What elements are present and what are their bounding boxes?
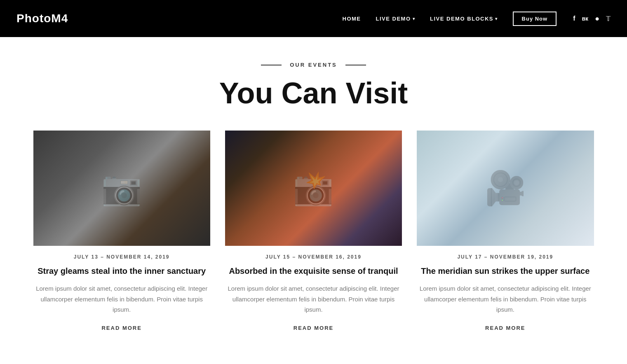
nav-home[interactable]: HOME xyxy=(343,16,361,22)
site-logo: PhotoM4 xyxy=(16,12,68,25)
event-desc-2: Lorem ipsum dolor sit amet, consectetur … xyxy=(225,283,402,315)
section-label-text: OUR EVENTS xyxy=(290,62,337,68)
read-more-3[interactable]: READ MORE xyxy=(485,325,525,331)
label-line-right xyxy=(345,65,366,65)
twitter-icon[interactable]: 𝕋 xyxy=(606,15,611,23)
vk-icon[interactable]: вк xyxy=(582,15,589,22)
event-card-1: JULY 13 – NOVEMBER 14, 2019 Stray gleams… xyxy=(33,131,210,331)
read-more-2[interactable]: READ MORE xyxy=(294,325,333,331)
event-image-3 xyxy=(417,131,594,246)
events-grid: JULY 13 – NOVEMBER 14, 2019 Stray gleams… xyxy=(33,131,594,331)
event-date-1: JULY 13 – NOVEMBER 14, 2019 xyxy=(74,254,170,260)
nav-live-demo[interactable]: LIVE DEMO ▾ xyxy=(376,16,416,22)
event-image-1 xyxy=(33,131,210,246)
read-more-1[interactable]: READ MORE xyxy=(101,325,141,331)
event-date-3: JULY 17 – NOVEMBER 19, 2019 xyxy=(457,254,553,260)
live-demo-dropdown-arrow: ▾ xyxy=(413,16,416,21)
label-line-left xyxy=(261,65,282,65)
event-card-2: JULY 15 – NOVEMBER 16, 2019 Absorbed in … xyxy=(225,131,402,331)
site-header: PhotoM4 HOME LIVE DEMO ▾ LIVE DEMO BLOCK… xyxy=(0,0,627,37)
buy-now-button[interactable]: Buy Now xyxy=(513,12,557,26)
event-date-2: JULY 15 – NOVEMBER 16, 2019 xyxy=(265,254,362,260)
event-desc-1: Lorem ipsum dolor sit amet, consectetur … xyxy=(33,283,210,315)
main-content: OUR EVENTS You Can Visit JULY 13 – NOVEM… xyxy=(0,37,627,364)
event-desc-3: Lorem ipsum dolor sit amet, consectetur … xyxy=(417,283,594,315)
section-title: You Can Visit xyxy=(33,76,594,110)
nav-live-demo-blocks[interactable]: LIVE DEMO BLOCKS ▾ xyxy=(430,16,498,22)
section-label: OUR EVENTS xyxy=(33,62,594,68)
instagram-icon[interactable]: ● xyxy=(595,14,599,23)
social-icons-group: f вк ● 𝕋 xyxy=(573,14,611,23)
main-nav: HOME LIVE DEMO ▾ LIVE DEMO BLOCKS ▾ Buy … xyxy=(343,12,557,26)
live-demo-blocks-dropdown-arrow: ▾ xyxy=(495,16,498,21)
facebook-icon[interactable]: f xyxy=(573,15,575,22)
event-card-3: JULY 17 – NOVEMBER 19, 2019 The meridian… xyxy=(417,131,594,331)
event-title-2: Absorbed in the exquisite sense of tranq… xyxy=(229,266,398,277)
event-title-1: Stray gleams steal into the inner sanctu… xyxy=(38,266,206,277)
header-right: HOME LIVE DEMO ▾ LIVE DEMO BLOCKS ▾ Buy … xyxy=(343,12,611,26)
event-image-2 xyxy=(225,131,402,246)
event-title-3: The meridian sun strikes the upper surfa… xyxy=(421,266,589,277)
